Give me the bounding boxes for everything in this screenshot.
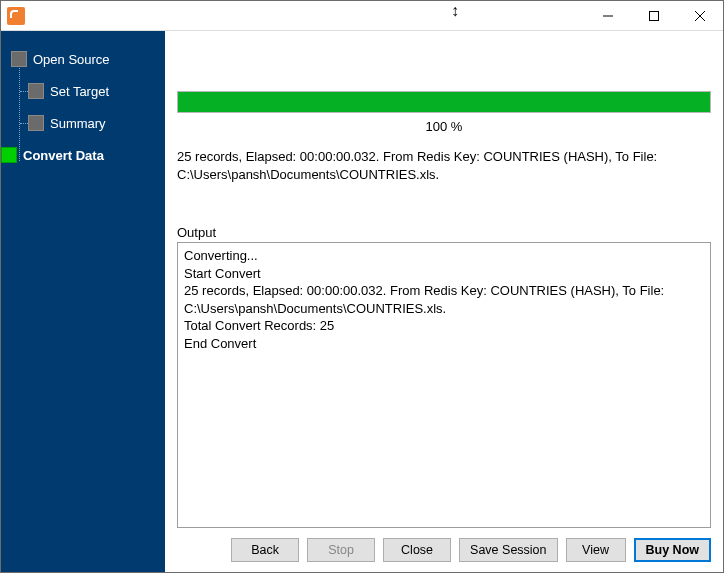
save-session-button[interactable]: Save Session: [459, 538, 557, 562]
minimize-button[interactable]: [585, 1, 631, 30]
tree-connector: [20, 91, 28, 92]
sidebar-item-label: Open Source: [33, 52, 110, 67]
sidebar-item-label: Convert Data: [23, 148, 104, 163]
sidebar-item-open-source[interactable]: Open Source: [11, 43, 165, 75]
sidebar-item-summary[interactable]: Summary: [11, 107, 165, 139]
output-textarea[interactable]: Converting...Start Convert25 records, El…: [177, 242, 711, 528]
content-panel: 100 % 25 records, Elapsed: 00:00:00.032.…: [165, 31, 723, 572]
window-controls: [585, 1, 723, 30]
sidebar-item-convert-data[interactable]: Convert Data: [1, 139, 165, 171]
resize-cursor-icon: ↕: [451, 2, 459, 20]
maximize-button[interactable]: [631, 1, 677, 30]
tree-connector: [20, 123, 28, 124]
status-text: 25 records, Elapsed: 00:00:00.032. From …: [177, 148, 711, 183]
progress-percent: 100 %: [177, 119, 711, 134]
progress-bar: [177, 91, 711, 113]
close-window-button[interactable]: [677, 1, 723, 30]
step-box-icon: [28, 83, 44, 99]
view-button[interactable]: View: [566, 538, 626, 562]
output-label: Output: [177, 225, 711, 240]
close-button[interactable]: Close: [383, 538, 451, 562]
back-button[interactable]: Back: [231, 538, 299, 562]
sidebar-item-label: Set Target: [50, 84, 109, 99]
step-box-icon: [1, 147, 17, 163]
titlebar: ↕: [1, 1, 723, 31]
button-row: Back Stop Close Save Session View Buy No…: [177, 538, 711, 562]
step-box-icon: [28, 115, 44, 131]
step-box-icon: [11, 51, 27, 67]
app-icon: [7, 7, 25, 25]
sidebar: Open Source Set Target Summary Convert D…: [1, 31, 165, 572]
sidebar-item-label: Summary: [50, 116, 106, 131]
buy-now-button[interactable]: Buy Now: [634, 538, 711, 562]
sidebar-item-set-target[interactable]: Set Target: [11, 75, 165, 107]
progress-fill: [178, 92, 710, 112]
stop-button[interactable]: Stop: [307, 538, 375, 562]
svg-rect-1: [650, 11, 659, 20]
